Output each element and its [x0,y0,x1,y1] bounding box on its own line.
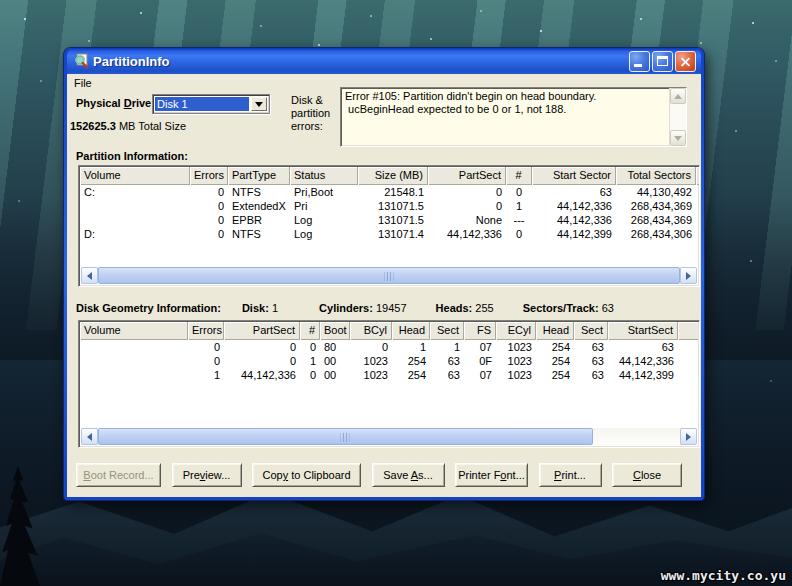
column-header[interactable]: Volume [80,322,188,340]
table-row[interactable]: 0ExtendedXPri131071.50144,142,336268,434… [80,199,698,213]
scroll-up-button[interactable] [670,88,686,104]
scrollbar-thumb[interactable] [98,428,593,445]
column-header[interactable]: Head [392,322,430,340]
scroll-right-button[interactable] [680,428,697,445]
table-cell: C: [80,185,190,199]
column-header[interactable]: StartSect [608,322,678,340]
table-cell: 268,434,306 [616,227,696,241]
column-header[interactable]: Head [536,322,574,340]
table-cell: 63 [608,340,678,354]
table-cell: 44,142,336 [224,368,300,382]
column-header[interactable]: ECyl [496,322,536,340]
scroll-down-button[interactable] [670,130,686,146]
partition-table-hscrollbar[interactable] [81,267,697,284]
disk-value: 1 [272,302,278,314]
table-cell: NTFS [228,227,290,241]
column-header[interactable]: # [300,322,320,340]
column-header[interactable]: Errors [190,167,228,185]
partitioninfo-window: PartitionInfo File Physical Drive: Disk … [64,48,704,500]
chevron-down-icon [255,102,263,107]
column-header[interactable]: Sect [430,322,464,340]
table-cell: Pri,Boot [290,185,358,199]
minimize-button[interactable] [629,51,650,72]
stars [0,0,2,2]
table-row[interactable]: C:0NTFSPri,Boot21548.1006344,130,492 [80,185,698,199]
table-cell [80,340,188,354]
maximize-icon [657,56,668,66]
column-header[interactable]: PartType [228,167,290,185]
table-row[interactable]: 0EPBRLog131071.5None---44,142,336268,434… [80,213,698,227]
table-cell [80,213,190,227]
table-header-row: VolumeErrorsPartSect#BootBCylHeadSectFSE… [80,322,698,340]
column-header[interactable]: Volume [80,167,190,185]
error-box-scrollbar[interactable] [669,88,686,146]
table-cell: D: [80,227,190,241]
copy-to-clipboard-button[interactable]: Copy to Clipboard [252,463,361,487]
column-header[interactable]: Errors [188,322,224,340]
table-cell: 1023 [350,368,392,382]
heads-value: 255 [475,302,493,314]
print-button[interactable]: Print... [539,463,602,487]
column-header[interactable]: PartSect [224,322,300,340]
chevron-down-icon [674,136,682,141]
table-cell: 63 [430,354,464,368]
table-row[interactable]: D:0NTFSLog131071.444,142,336044,142,3992… [80,227,698,241]
table-cell: Log [290,227,358,241]
column-header[interactable]: # [506,167,532,185]
titlebar[interactable]: PartitionInfo [67,48,701,74]
table-cell: 268,434,369 [616,213,696,227]
scroll-left-button[interactable] [81,428,98,445]
printer-font-button[interactable]: Printer Font... [455,463,528,487]
table-cell: 254 [392,368,430,382]
column-header[interactable]: Sect [574,322,608,340]
table-cell: 63 [574,368,608,382]
column-header[interactable]: Start Sector [532,167,616,185]
close-button[interactable] [675,51,696,72]
table-cell: 0 [300,340,320,354]
table-cell: 254 [392,354,430,368]
table-cell: 1023 [496,340,536,354]
table-cell: 0 [190,227,228,241]
geometry-table-hscrollbar[interactable] [81,428,697,445]
minimize-icon [634,64,642,67]
column-header[interactable]: Size (MB) [358,167,428,185]
close-dialog-button[interactable]: Close [612,463,682,487]
column-header[interactable]: PartSect [428,167,506,185]
scroll-right-button[interactable] [680,267,697,284]
table-cell: 0 [188,354,224,368]
menu-file[interactable]: File [67,75,99,91]
table-row[interactable]: 144,142,3360001023254630710232546344,142… [80,368,698,382]
physical-drive-select[interactable]: Disk 1 [152,94,270,114]
table-cell: 0F [464,354,496,368]
partition-table: VolumeErrorsPartTypeStatusSize (MB)PartS… [78,165,700,287]
column-header[interactable]: Boot [320,322,350,340]
preview-button[interactable]: Preview... [172,463,242,487]
column-header[interactable]: FS [464,322,496,340]
button-row: Boot Record... Preview... Copy to Clipbo… [76,463,682,487]
scroll-left-button[interactable] [81,267,98,284]
scrollbar-track[interactable] [98,267,680,284]
disk-geometry-info-line: Disk Geometry Information: Disk: 1 Cylin… [76,302,614,314]
table-cell: 44,142,399 [608,368,678,382]
save-as-button[interactable]: Save As... [372,463,445,487]
table-cell: NTFS [228,185,290,199]
table-cell: 0 [428,199,506,213]
cylinders-value: 19457 [376,302,407,314]
column-header[interactable]: Status [290,167,358,185]
scrollbar-track[interactable] [98,428,680,445]
error-message-box[interactable]: Error #105: Partition didn't begin on he… [340,87,687,147]
chevron-left-icon [87,433,92,441]
maximize-button[interactable] [652,51,673,72]
table-cell: 44,142,336 [608,354,678,368]
scrollbar-thumb[interactable] [98,267,680,284]
table-cell: Log [290,213,358,227]
table-cell: 07 [464,368,496,382]
column-header[interactable]: Total Sectors [616,167,696,185]
column-header[interactable]: BCyl [350,322,392,340]
combo-dropdown-button[interactable] [251,97,267,111]
table-row[interactable]: 001001023254630F10232546344,142,336 [80,354,698,368]
table-row[interactable]: 000800110710232546363 [80,340,698,354]
table-cell: None [428,213,506,227]
disk-geometry-label: Disk Geometry Information: [76,302,221,314]
boot-record-button[interactable]: Boot Record... [76,463,161,487]
